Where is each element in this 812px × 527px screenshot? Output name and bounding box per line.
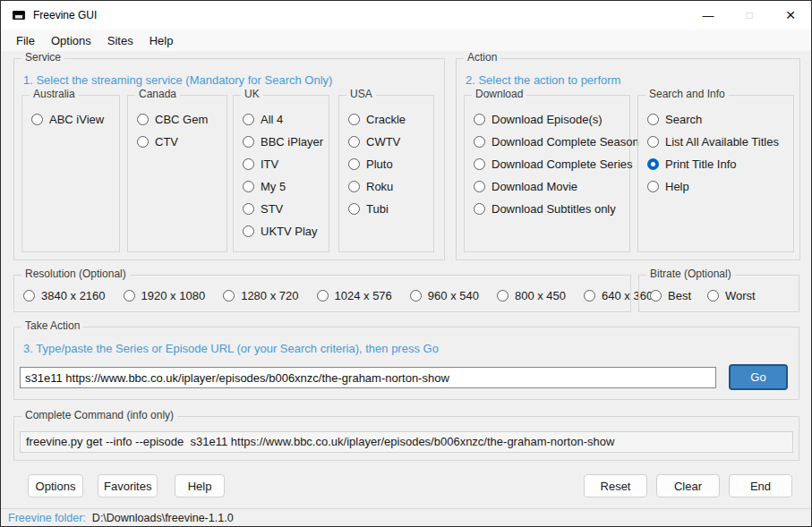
radio-itv[interactable]: ITV: [243, 157, 323, 171]
radio-bbc-iplayer[interactable]: BBC iPlayer: [243, 134, 323, 149]
take-action-group-label: Take Action: [21, 319, 83, 332]
maximize-button: □: [729, 1, 770, 30]
radio-help-action[interactable]: Help: [647, 179, 779, 193]
service-group: Service 1. Select the streaming service …: [13, 58, 445, 260]
radio-label: Worst: [725, 289, 756, 302]
url-input[interactable]: [20, 367, 716, 388]
app-icon[interactable]: [12, 8, 26, 22]
radio-icon: [647, 181, 659, 192]
australia-group-label: Australia: [30, 88, 79, 100]
australia-group: Australia ABC iView: [21, 95, 120, 252]
radio-pluto[interactable]: Pluto: [348, 157, 406, 171]
command-field[interactable]: freevine.py get --info --episode s31e11 …: [20, 431, 793, 453]
radio-label: All 4: [261, 113, 283, 126]
canada-group: Canada CBC Gem CTV: [127, 95, 227, 252]
reset-button[interactable]: Reset: [584, 474, 647, 497]
radio-crackle[interactable]: Crackle: [348, 112, 406, 126]
radio-icon: [474, 158, 485, 170]
radio-label: 1920 x 1080: [141, 289, 206, 302]
action-group: Action 2. Select the action to perform D…: [456, 58, 800, 260]
radio-label: Crackle: [366, 113, 406, 126]
favorites-button[interactable]: Favorites: [98, 474, 158, 497]
radio-res-1024x576[interactable]: 1024 x 576: [317, 288, 392, 302]
radio-label: Download Movie: [491, 180, 577, 193]
radio-icon: [137, 114, 149, 125]
radio-icon: [243, 181, 254, 192]
radio-download-complete-series[interactable]: Download Complete Series: [474, 157, 639, 171]
radio-res-1920x1080[interactable]: 1920 x 1080: [124, 288, 206, 302]
radio-res-800x450[interactable]: 800 x 450: [497, 288, 566, 302]
radio-label: Download Episode(s): [491, 113, 603, 126]
help-button[interactable]: Help: [175, 474, 225, 497]
radio-stv[interactable]: STV: [243, 201, 323, 216]
menu-options[interactable]: Options: [43, 31, 99, 50]
canada-group-label: Canada: [135, 88, 180, 100]
radio-icon: [410, 290, 422, 302]
radio-search[interactable]: Search: [647, 112, 779, 126]
radio-bitrate-best[interactable]: Best: [650, 288, 691, 302]
bitrate-group-label: Bitrate (Optional): [646, 268, 735, 280]
radio-cbc-gem[interactable]: CBC Gem: [137, 112, 208, 126]
radio-icon: [474, 203, 485, 215]
radio-list-all-available-titles[interactable]: List All Available Titles: [647, 134, 779, 149]
radio-label: CBC Gem: [155, 113, 208, 126]
radio-label: Roku: [366, 180, 393, 193]
radio-res-3840x2160[interactable]: 3840 x 2160: [23, 288, 106, 302]
radio-icon: [497, 290, 509, 302]
status-bar: Freevine folder: D:\Downloads\freevine-1…: [1, 508, 811, 526]
action-group-label: Action: [464, 51, 500, 64]
radio-download-subtitles-only[interactable]: Download Subtitles only: [474, 201, 639, 216]
radio-label: 1280 x 720: [241, 289, 298, 302]
radio-icon: [650, 290, 662, 302]
go-button[interactable]: Go: [729, 364, 788, 390]
radio-icon: [243, 136, 254, 148]
menu-help[interactable]: Help: [141, 31, 182, 50]
radio-label: Download Subtitles only: [491, 202, 616, 216]
radio-cwtv[interactable]: CWTV: [348, 134, 406, 149]
options-button[interactable]: Options: [28, 474, 83, 497]
radio-download-complete-season[interactable]: Download Complete Season: [474, 134, 639, 149]
radio-print-title-info[interactable]: Print Title Info: [647, 157, 779, 171]
resolution-group: Resolution (Optional) 3840 x 2160 1920 x…: [13, 275, 631, 312]
radio-icon: [243, 203, 254, 215]
complete-command-group: Complete Command (info only) freevine.py…: [13, 416, 799, 461]
radio-icon: [474, 136, 485, 148]
radio-download-episodes[interactable]: Download Episode(s): [474, 112, 639, 126]
menu-file[interactable]: File: [8, 31, 43, 50]
clear-button[interactable]: Clear: [656, 474, 720, 497]
radio-icon: [647, 136, 659, 148]
complete-command-group-label: Complete Command (info only): [21, 409, 177, 421]
search-and-info-group: Search and Info Search List All Availabl…: [637, 95, 794, 252]
radio-label: Download Complete Season: [491, 135, 639, 149]
take-action-group: Take Action 3. Type/paste the Series or …: [13, 327, 799, 400]
radio-my5[interactable]: My 5: [243, 179, 323, 193]
end-button[interactable]: End: [729, 474, 792, 497]
radio-label: List All Available Titles: [665, 135, 779, 149]
radio-abc-iview[interactable]: ABC iView: [31, 112, 104, 126]
close-button[interactable]: ×: [770, 1, 811, 30]
radio-icon: [584, 290, 595, 302]
radio-icon: [243, 225, 254, 237]
radio-icon: [474, 181, 485, 192]
radio-roku[interactable]: Roku: [348, 179, 406, 193]
radio-download-movie[interactable]: Download Movie: [474, 179, 639, 193]
radio-label: Print Title Info: [665, 157, 736, 171]
status-folder-path: D:\Downloads\freevine-1.1.0: [92, 512, 234, 524]
radio-tubi[interactable]: Tubi: [348, 201, 406, 216]
radio-label: Best: [668, 289, 691, 302]
minimize-button[interactable]: —: [688, 1, 729, 30]
menu-sites[interactable]: Sites: [99, 31, 141, 50]
radio-res-1280x720[interactable]: 1280 x 720: [223, 288, 298, 302]
take-action-instruction: 3. Type/paste the Series or Episode URL …: [23, 342, 439, 355]
resolution-group-label: Resolution (Optional): [21, 268, 130, 280]
radio-all4[interactable]: All 4: [243, 112, 323, 126]
radio-uktv-play[interactable]: UKTV Play: [243, 224, 323, 238]
radio-res-960x540[interactable]: 960 x 540: [410, 288, 479, 302]
radio-label: Search: [665, 113, 702, 126]
download-group-label: Download: [472, 88, 526, 100]
radio-label: UKTV Play: [261, 225, 318, 238]
radio-label: Tubi: [366, 202, 389, 216]
radio-ctv[interactable]: CTV: [137, 134, 208, 149]
radio-bitrate-worst[interactable]: Worst: [707, 288, 756, 302]
uk-group-label: UK: [241, 88, 263, 100]
